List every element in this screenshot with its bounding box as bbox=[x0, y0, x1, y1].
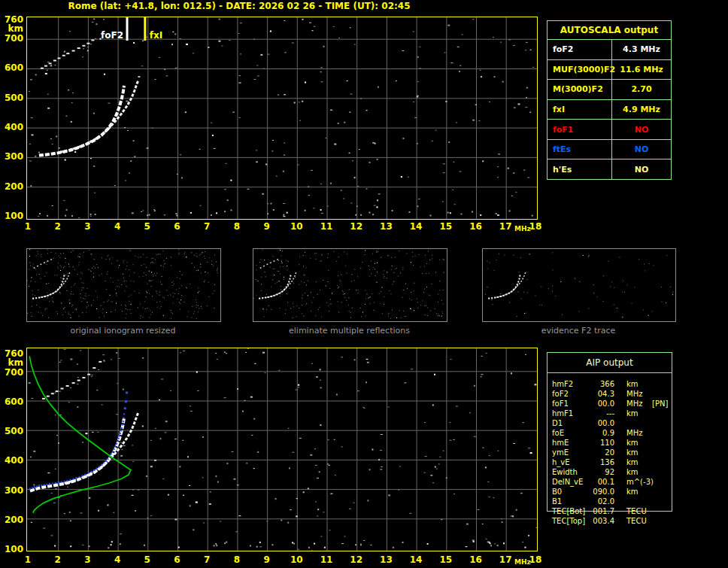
aip-param-label: Ewidth bbox=[552, 467, 578, 477]
y-axis-tick: 600 bbox=[1, 396, 23, 407]
top-ionogram-canvas: foF2fxI bbox=[27, 17, 537, 219]
y-axis-tick: 300 bbox=[1, 485, 23, 496]
autoscala-param-label: h'Es bbox=[548, 159, 612, 179]
aip-param-unit: TECU bbox=[626, 506, 647, 516]
autoscala-output-table: AUTOSCALA output foF24.3 MHzMUF(3000)F21… bbox=[547, 20, 672, 180]
autoscala-app-window: Rome (lat: +41.8, lon: 012.5) - DATE: 20… bbox=[0, 0, 728, 568]
aip-param-value: 02.0 bbox=[587, 497, 614, 506]
x-axis-tick: 15 bbox=[438, 221, 454, 232]
x-axis-tick: 4 bbox=[109, 554, 126, 565]
autoscala-param-label: foF2 bbox=[548, 40, 612, 59]
aip-param-value: 00.1 bbox=[587, 477, 614, 487]
x-axis-tick: 16 bbox=[468, 221, 484, 232]
x-axis-tick: 10 bbox=[288, 554, 305, 565]
aip-param-unit: km bbox=[626, 438, 639, 448]
aip-row-yme: ymE20km bbox=[547, 448, 678, 457]
x-axis-unit: MHz bbox=[514, 558, 531, 566]
thumbnail-eliminate-reflections bbox=[253, 248, 447, 322]
y-axis-tick: 200 bbox=[1, 515, 23, 525]
x-axis-tick: 5 bbox=[139, 221, 156, 232]
autoscala-param-value: NO bbox=[612, 140, 671, 159]
aip-row-tectop: TEC[Top]003.4TECU bbox=[547, 516, 678, 526]
x-axis-tick: 3 bbox=[79, 554, 96, 565]
aip-param-value: 00.0 bbox=[587, 418, 614, 428]
aip-param-value: 136 bbox=[587, 457, 614, 467]
aip-row-b0: B0090.0km bbox=[547, 487, 678, 497]
aip-param-label: DelN_vE bbox=[552, 477, 583, 487]
x-axis-tick: 14 bbox=[408, 554, 424, 565]
aip-param-label: TEC[Top] bbox=[552, 516, 585, 526]
aip-param-label: B1 bbox=[552, 497, 562, 506]
aip-param-value: --- bbox=[587, 409, 614, 418]
autoscala-param-value: NO bbox=[612, 159, 671, 179]
aip-param-unit: MHz bbox=[626, 389, 642, 399]
aip-param-label: h_vE bbox=[552, 457, 570, 467]
top-ionogram-plot: foF2fxI bbox=[26, 17, 538, 220]
aip-param-value: 00.0 bbox=[587, 399, 614, 409]
aip-param-label: hmF1 bbox=[552, 409, 573, 418]
x-axis-tick: 13 bbox=[378, 554, 394, 565]
autoscala-row-fof2: foF24.3 MHz bbox=[548, 40, 671, 60]
y-axis-tick: 300 bbox=[1, 151, 23, 162]
aip-row-fof1: foF100.0MHz[PN] bbox=[547, 399, 678, 409]
y-axis-tick: 700 bbox=[1, 367, 23, 378]
autoscala-param-value: 4.9 MHz bbox=[612, 100, 671, 120]
y-axis-tick: 100 bbox=[1, 211, 23, 221]
autoscala-row-fof1: foF1NO bbox=[548, 120, 671, 140]
autoscala-param-label: M(3000)F2 bbox=[548, 80, 612, 99]
x-axis-tick: 8 bbox=[229, 554, 245, 565]
aip-param-label: TEC[Bot] bbox=[552, 506, 585, 516]
aip-param-value: 110 bbox=[587, 438, 614, 448]
foF2-marker-label: foF2 bbox=[101, 30, 123, 41]
x-axis-tick: 1 bbox=[20, 221, 36, 232]
x-axis-tick: 2 bbox=[50, 221, 66, 232]
x-axis-tick: 9 bbox=[259, 554, 275, 565]
autoscala-table-header: AUTOSCALA output bbox=[548, 21, 671, 40]
autoscala-param-label: foF1 bbox=[548, 120, 612, 139]
aip-param-unit: TECU bbox=[626, 516, 647, 526]
x-axis-tick: 7 bbox=[199, 554, 215, 565]
x-axis-tick: 5 bbox=[139, 554, 156, 565]
thumbnail-original-canvas bbox=[27, 249, 219, 320]
y-axis-tick: 400 bbox=[1, 455, 23, 466]
y-axis-tick: km bbox=[1, 23, 23, 34]
autoscala-row-hes: h'EsNO bbox=[548, 159, 671, 179]
autoscala-row-fxi: fxI4.9 MHz bbox=[548, 100, 671, 120]
x-axis-tick: 6 bbox=[169, 554, 186, 565]
aip-param-label: foF2 bbox=[552, 389, 569, 399]
aip-row-hve: h_vE136km bbox=[547, 457, 678, 467]
thumbnail-caption-3: evidence F2 trace bbox=[482, 326, 675, 336]
autoscala-param-value: 11.6 MHz bbox=[612, 60, 671, 80]
y-axis-tick: 100 bbox=[1, 544, 23, 554]
autoscala-param-label: ftEs bbox=[548, 140, 612, 159]
x-axis-unit: MHz bbox=[514, 225, 531, 232]
bottom-ionogram-plot bbox=[26, 348, 538, 551]
aip-row-ewidth: Ewidth92km bbox=[547, 467, 678, 477]
aip-param-label: foF1 bbox=[552, 399, 569, 409]
aip-param-unit: MHz bbox=[626, 399, 642, 409]
thumbnail-original-ionogram bbox=[26, 248, 221, 322]
y-axis-tick: 200 bbox=[1, 181, 23, 192]
aip-param-value: 04.3 bbox=[587, 389, 614, 399]
aip-param-unit: km bbox=[626, 379, 639, 389]
aip-row-d1: D100.0 bbox=[547, 418, 678, 428]
x-axis-tick: 3 bbox=[79, 221, 96, 232]
aip-row-foe: foE0.9MHz bbox=[547, 428, 678, 438]
autoscala-table-body: foF24.3 MHzMUF(3000)F211.6 MHzM(3000)F22… bbox=[548, 40, 671, 179]
aip-param-unit: MHz bbox=[626, 428, 642, 438]
aip-row-hmf1: hmF1---km bbox=[547, 409, 678, 418]
aip-param-label: ymE bbox=[552, 448, 569, 457]
x-axis-tick: 9 bbox=[259, 221, 275, 232]
aip-param-value: 20 bbox=[587, 448, 614, 457]
x-axis-tick: 16 bbox=[468, 554, 484, 565]
aip-row-delnve: DelN_vE00.1m^(-3) bbox=[547, 477, 678, 487]
autoscala-row-muf3000f2: MUF(3000)F211.6 MHz bbox=[548, 60, 671, 80]
aip-row-hme: hmE110km bbox=[547, 438, 678, 448]
x-axis-tick: 15 bbox=[438, 554, 454, 565]
x-axis-tick: 12 bbox=[348, 221, 365, 232]
thumbnail-evidence-canvas bbox=[483, 249, 674, 320]
aip-param-value: 001.7 bbox=[587, 506, 614, 516]
thumbnail-evidence-f2 bbox=[482, 248, 676, 322]
thumbnail-caption-1: original ionogram resized bbox=[26, 326, 220, 336]
autoscala-param-value: 2.70 bbox=[612, 80, 671, 99]
